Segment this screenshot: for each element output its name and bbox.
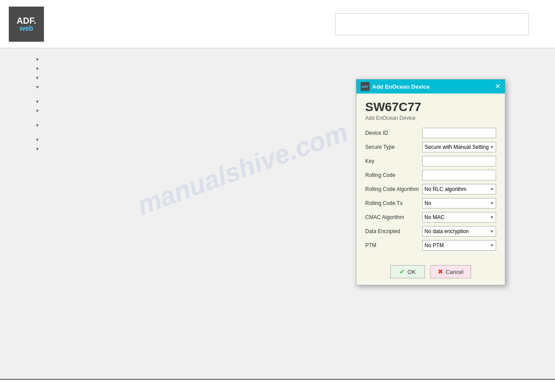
secure-type-select-wrapper: Secure with Manual Setting No Security S… [422,142,496,152]
ptm-select[interactable]: No PTM PTM215B PTM535BZ [422,240,496,251]
ok-button[interactable]: ✔ OK [390,265,425,278]
list-item[interactable] [35,76,123,80]
logo-top: ADF. [17,16,36,25]
ptm-select-wrapper: No PTM PTM215B PTM535BZ [422,240,496,251]
watermark: manualshive.com [133,117,352,221]
secure-type-select[interactable]: Secure with Manual Setting No Security S… [422,142,496,152]
rolling-code-algorithm-label: Rolling Code Algorithm [365,186,422,192]
dialog-close-button[interactable]: ✕ [495,83,501,90]
secure-type-label: Secure Type [365,144,422,150]
data-encrypted-select[interactable]: No data encryption AES128 [422,226,496,237]
logo: ADF. web [9,7,44,42]
rolling-code-algorithm-row: Rolling Code Algorithm No RLC algorithm … [365,184,496,194]
list-item[interactable] [35,99,123,104]
dialog-title-icon: ADF [361,82,370,91]
key-input[interactable] [422,156,496,166]
ptm-label: PTM [365,242,422,248]
list-item[interactable] [35,123,123,128]
ok-label: OK [407,269,416,275]
list-item[interactable] [35,85,123,90]
header: ADF. web [0,0,555,48]
dialog-subtitle: Add EnOcean Device [365,115,496,121]
dialog-footer: ✔ OK ✖ Cancel [356,261,505,285]
data-encrypted-row: Data Encripted No data encryption AES128 [365,226,496,237]
sidebar [35,57,123,156]
rolling-code-tx-select-wrapper: No Yes [422,198,496,209]
dialog-titlebar: ADF Add EnOcean Device ✕ [356,79,505,94]
secure-type-row: Secure Type Secure with Manual Setting N… [365,142,496,152]
dialog-body: SW67C77 Add EnOcean Device Device ID Sec… [356,94,505,261]
rolling-code-tx-row: Rolling Code Tx No Yes [365,198,496,209]
cmac-algorithm-label: CMAC Algorithm [365,214,422,220]
device-id-label: Device ID [365,130,422,136]
data-encrypted-label: Data Encripted [365,228,422,234]
add-enocean-dialog: ADF Add EnOcean Device ✕ SW67C77 Add EnO… [356,79,505,285]
dialog-title-label: Add EnOcean Device [372,83,430,90]
cancel-label: Cancel [446,269,463,275]
bottom-bar [0,379,555,392]
ptm-row: PTM No PTM PTM215B PTM535BZ [365,240,496,251]
check-icon: ✔ [399,268,405,276]
rolling-code-tx-select[interactable]: No Yes [422,198,496,209]
rolling-code-algorithm-select-wrapper: No RLC algorithm Standard Advanced [422,184,496,194]
list-item[interactable] [35,66,123,71]
cmac-algorithm-select[interactable]: No MAC Standard MAC [422,212,496,223]
rolling-code-row: Rolling Code [365,170,496,180]
cmac-algorithm-row: CMAC Algorithm No MAC Standard MAC [365,212,496,223]
cmac-algorithm-select-wrapper: No MAC Standard MAC [422,212,496,223]
header-input-area [335,13,529,35]
list-item[interactable] [35,137,123,142]
rolling-code-tx-label: Rolling Code Tx [365,200,422,206]
data-encrypted-select-wrapper: No data encryption AES128 [422,226,496,237]
rolling-code-label: Rolling Code [365,172,422,178]
rolling-code-input[interactable] [422,170,496,180]
cancel-button[interactable]: ✖ Cancel [430,265,471,278]
device-id-row: Device ID [365,128,496,138]
key-label: Key [365,158,422,164]
device-id-input[interactable] [422,128,496,138]
list-item[interactable] [35,147,123,151]
x-icon: ✖ [438,268,443,276]
key-row: Key [365,156,496,166]
list-item[interactable] [35,108,123,113]
list-item[interactable] [35,57,123,62]
logo-bottom: web [19,25,33,32]
rolling-code-algorithm-select[interactable]: No RLC algorithm Standard Advanced [422,184,496,194]
dialog-main-title: SW67C77 [365,100,496,114]
